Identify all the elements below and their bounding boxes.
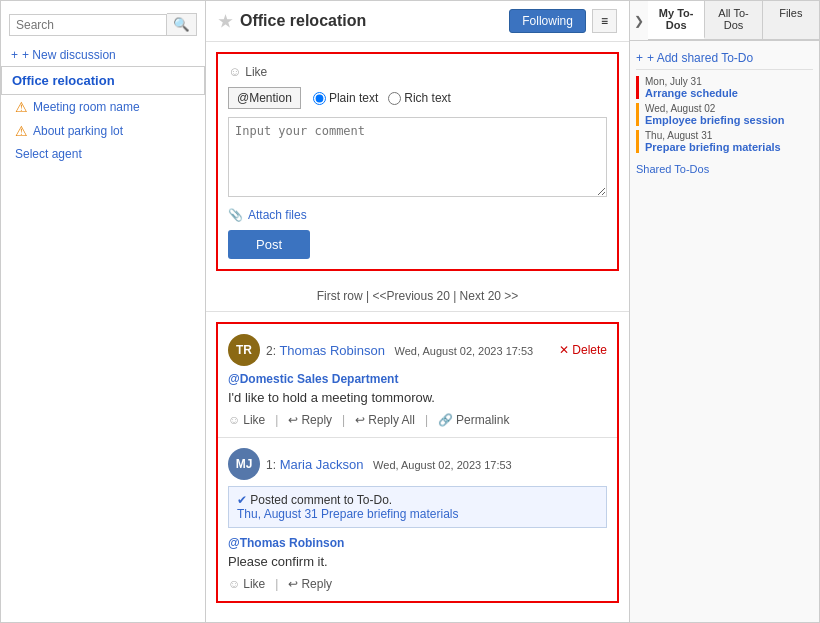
reply-icon-maria: ↩ <box>288 577 298 591</box>
comment-author-thomas: TR 2: Thomas Robinson Wed, August 02, 20… <box>228 334 533 366</box>
sidebar-item-office-relocation[interactable]: Office relocation <box>1 66 205 95</box>
right-panel: ❯ My To-Dos All To-Dos Files + + Add sha… <box>629 1 819 622</box>
comment-meta-thomas: 2: Thomas Robinson Wed, August 02, 2023 … <box>266 343 533 358</box>
like-icon-maria: ☺ <box>228 577 240 591</box>
like-label-thomas: Like <box>243 413 265 427</box>
comment-input[interactable] <box>228 117 607 197</box>
reply-action-thomas[interactable]: ↩ Reply <box>288 413 332 427</box>
like-icon-thomas: ☺ <box>228 413 240 427</box>
comment-author-maria: MJ 1: Maria Jackson Wed, August 02, 2023… <box>228 448 512 480</box>
plain-text-radio-label[interactable]: Plain text <box>313 91 378 105</box>
delete-button-thomas[interactable]: ✕ Delete <box>559 343 607 357</box>
plain-text-label: Plain text <box>329 91 378 105</box>
reply-action-maria[interactable]: ↩ Reply <box>288 577 332 591</box>
comment-actions-maria: ☺ Like | ↩ Reply <box>228 577 607 591</box>
right-panel-tabs: My To-Dos All To-Dos Files <box>648 1 819 40</box>
like-action-maria[interactable]: ☺ Like <box>228 577 265 591</box>
rich-text-label: Rich text <box>404 91 451 105</box>
pagination-text: First row | <<Previous 20 | Next 20 >> <box>317 289 519 303</box>
post-button[interactable]: Post <box>228 230 310 259</box>
text-format-group: Plain text Rich text <box>313 91 451 105</box>
sidebar-item-select-agent[interactable]: Select agent <box>1 143 205 165</box>
shared-todos-label[interactable]: Shared To-Dos <box>636 163 709 175</box>
plain-text-radio[interactable] <box>313 92 326 105</box>
delete-x-icon: ✕ <box>559 343 569 357</box>
comment-mention2-maria: @Thomas Robinson <box>228 536 607 550</box>
content-area: ★ Office relocation Following ≡ ☺ Like @… <box>206 1 629 622</box>
todo-posted-label: Posted comment to To-Do. <box>250 493 392 507</box>
comment-author-name-maria[interactable]: Maria Jackson <box>280 457 364 472</box>
star-icon[interactable]: ★ <box>218 12 232 31</box>
comment-author-name-thomas[interactable]: Thomas Robinson <box>279 343 385 358</box>
sidebar-item-meeting-room[interactable]: ⚠ Meeting room name <box>1 95 205 119</box>
sidebar-item-parking-lot[interactable]: ⚠ About parking lot <box>1 119 205 143</box>
shared-todos-section: Shared To-Dos <box>636 161 813 176</box>
todo-title-0[interactable]: Arrange schedule <box>645 87 813 99</box>
like-icon-top: ☺ <box>228 64 241 79</box>
add-todo-label: + Add shared To-Do <box>647 51 753 65</box>
comment-form: ☺ Like @Mention Plain text Rich text <box>216 52 619 271</box>
comment-thomas: TR 2: Thomas Robinson Wed, August 02, 20… <box>218 324 617 438</box>
content-header: ★ Office relocation Following ≡ <box>206 1 629 42</box>
todo-link-label[interactable]: Prepare briefing materials <box>321 507 458 521</box>
search-button[interactable]: 🔍 <box>167 13 197 36</box>
right-panel-chevron[interactable]: ❯ <box>630 10 648 32</box>
reply-all-label-thomas: Reply All <box>368 413 415 427</box>
permalink-action-thomas[interactable]: 🔗 Permalink <box>438 413 509 427</box>
comment-date-thomas: Wed, August 02, 2023 17:53 <box>395 345 534 357</box>
new-discussion-button[interactable]: + + New discussion <box>1 44 205 66</box>
delete-label: Delete <box>572 343 607 357</box>
following-button[interactable]: Following <box>509 9 586 33</box>
like-action-thomas[interactable]: ☺ Like <box>228 413 265 427</box>
todo-link-date[interactable]: Thu, August 31 <box>237 507 318 521</box>
sidebar-item-label-agent[interactable]: Select agent <box>15 147 82 161</box>
todo-date-1: Wed, August 02 <box>645 103 813 114</box>
todo-link-line: Thu, August 31 Prepare briefing material… <box>237 507 598 521</box>
add-shared-todo-button[interactable]: + + Add shared To-Do <box>636 47 813 70</box>
todo-check-icon: ✔ <box>237 493 247 507</box>
reply-label-maria: Reply <box>301 577 332 591</box>
comment-number-thomas: 2: <box>266 344 276 358</box>
menu-button[interactable]: ≡ <box>592 9 617 33</box>
todo-title-1[interactable]: Employee briefing session <box>645 114 813 126</box>
separator-1: | <box>275 413 278 427</box>
new-discussion-label: + New discussion <box>22 48 116 62</box>
comment-body2-maria: Please confirm it. <box>228 554 607 569</box>
tab-my-todos[interactable]: My To-Dos <box>648 1 705 39</box>
separator-2: | <box>342 413 345 427</box>
warning-icon-parking: ⚠ <box>15 123 28 139</box>
main-layout: 🔍 + + New discussion Office relocation ⚠… <box>1 1 819 622</box>
comment-actions-thomas: ☺ Like | ↩ Reply | ↩ Reply All <box>228 413 607 427</box>
todo-item-0: Mon, July 31 Arrange schedule <box>636 76 813 99</box>
like-button-top[interactable]: Like <box>245 65 267 79</box>
sidebar-item-label-parking[interactable]: About parking lot <box>33 124 123 138</box>
plus-icon: + <box>11 48 18 62</box>
mention-button[interactable]: @Mention <box>228 87 301 109</box>
avatar-maria: MJ <box>228 448 260 480</box>
header-actions: Following ≡ <box>509 9 617 33</box>
comment-header-maria: MJ 1: Maria Jackson Wed, August 02, 2023… <box>228 448 607 480</box>
warning-icon-meeting: ⚠ <box>15 99 28 115</box>
sidebar-item-label: Office relocation <box>12 73 115 88</box>
comment-meta-maria: 1: Maria Jackson Wed, August 02, 2023 17… <box>266 457 512 472</box>
attach-files-button[interactable]: 📎 Attach files <box>228 208 607 222</box>
todo-box-maria: ✔ Posted comment to To-Do. Thu, August 3… <box>228 486 607 528</box>
rich-text-radio[interactable] <box>388 92 401 105</box>
reply-all-action-thomas[interactable]: ↩ Reply All <box>355 413 415 427</box>
reply-all-icon-thomas: ↩ <box>355 413 365 427</box>
tab-all-todos[interactable]: All To-Dos <box>705 1 762 39</box>
avatar-thomas: TR <box>228 334 260 366</box>
rich-text-radio-label[interactable]: Rich text <box>388 91 451 105</box>
separator-3: | <box>425 413 428 427</box>
content-title-area: ★ Office relocation <box>218 12 366 31</box>
permalink-icon-thomas: 🔗 <box>438 413 453 427</box>
tab-files[interactable]: Files <box>763 1 819 39</box>
app-container: 🔍 + + New discussion Office relocation ⚠… <box>0 0 820 623</box>
todo-date-2: Thu, August 31 <box>645 130 813 141</box>
search-input[interactable] <box>9 14 167 36</box>
todo-item-1: Wed, August 02 Employee briefing session <box>636 103 813 126</box>
todo-title-2[interactable]: Prepare briefing materials <box>645 141 813 153</box>
sidebar-item-label-meeting[interactable]: Meeting room name <box>33 100 140 114</box>
permalink-label-thomas: Permalink <box>456 413 509 427</box>
todo-posted-text: ✔ Posted comment to To-Do. <box>237 493 598 507</box>
